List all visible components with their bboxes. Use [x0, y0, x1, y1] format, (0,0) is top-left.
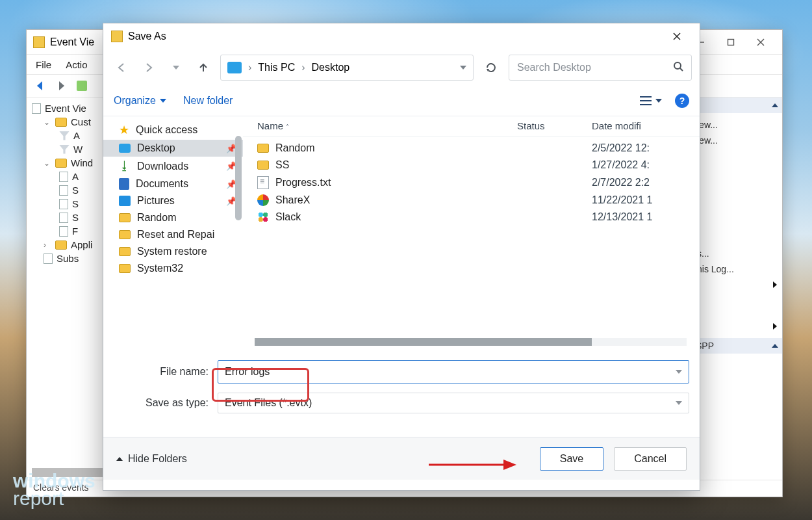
hide-folders-button[interactable]: Hide Folders	[116, 453, 187, 465]
sidebar-item-label: Reset and Repai	[137, 229, 214, 240]
sidebar-item[interactable]: Documents 📌	[103, 176, 243, 192]
sa-sidebar[interactable]: ★ Quick access Desktop 📌 ⭳ Downloads 📌 D…	[103, 116, 243, 348]
file-name: Random	[275, 142, 314, 154]
folder-icon	[119, 264, 131, 273]
address-bar[interactable]: › This PC › Desktop	[220, 55, 474, 81]
folder-icon	[119, 247, 131, 256]
cancel-label: Cancel	[634, 453, 666, 464]
file-list[interactable]: Name˄ Status Date modifi Random 2/5/2022…	[243, 116, 700, 348]
log-icon	[44, 254, 53, 264]
save-button[interactable]: Save	[540, 447, 603, 471]
maximize-button[interactable]	[716, 32, 746, 52]
tree-win-a[interactable]: A	[72, 171, 79, 182]
search-input[interactable]: Search Desktop	[509, 55, 692, 81]
file-row[interactable]: ShareX 11/22/2021 1	[243, 192, 700, 209]
action-item[interactable]: iew...	[697, 133, 777, 148]
filename-input[interactable]: Error logs	[218, 360, 689, 384]
menu-action[interactable]: Actio	[66, 59, 87, 70]
file-name: SS	[275, 159, 289, 171]
chevron-right-icon[interactable]: ›	[301, 62, 305, 73]
file-row[interactable]: Slack 12/13/2021 1	[243, 209, 700, 226]
tree-custom-a[interactable]: A	[73, 130, 80, 141]
chevron-right-icon[interactable]	[773, 323, 777, 330]
chevron-right-icon[interactable]: ›	[248, 62, 251, 73]
chevron-down-icon[interactable]	[676, 401, 682, 405]
sidebar-item[interactable]: Pictures 📌	[103, 192, 243, 209]
back-icon[interactable]	[33, 79, 47, 93]
file-list-header[interactable]: Name˄ Status Date modifi	[243, 116, 700, 137]
action-item[interactable]: iew...	[697, 117, 777, 133]
chevron-right-icon[interactable]: ›	[44, 240, 51, 250]
file-row[interactable]: Random 2/5/2022 12:	[243, 140, 700, 157]
documents-icon	[119, 178, 129, 190]
svg-marker-4	[37, 81, 42, 90]
chevron-down-icon[interactable]: ⌄	[44, 159, 51, 168]
forward-icon[interactable]	[54, 79, 68, 93]
file-row[interactable]: Progress.txt 2/7/2022 2:2	[243, 174, 700, 192]
help-button[interactable]: ?	[675, 94, 689, 108]
sort-asc-icon[interactable]: ˄	[286, 124, 289, 131]
filename-label: File name:	[114, 366, 218, 378]
chevron-right-icon[interactable]	[773, 281, 777, 288]
filelist-hscrollbar[interactable]	[255, 338, 687, 346]
file-row[interactable]: SS 1/27/2022 4:	[243, 157, 700, 174]
col-status[interactable]: Status	[517, 120, 545, 131]
organize-menu[interactable]: Organize	[114, 95, 166, 107]
chevron-down-icon[interactable]	[676, 370, 682, 374]
sidebar-item[interactable]: Random	[103, 209, 243, 226]
folder-icon	[119, 213, 131, 222]
address-dropdown-icon[interactable]	[460, 66, 466, 70]
tree-windows[interactable]: Wind	[71, 157, 93, 168]
collapse-icon[interactable]	[772, 103, 778, 107]
close-button[interactable]	[662, 27, 692, 46]
save-as-dialog: Save As › This PC › Desktop Search Deskt…	[103, 23, 700, 491]
download-icon: ⭳	[119, 159, 131, 173]
tree-win-s3[interactable]: S	[72, 212, 79, 223]
tree-root[interactable]: Event Vie	[45, 103, 86, 114]
menu-file[interactable]: File	[36, 59, 51, 70]
file-date: 12/13/2021 1	[592, 211, 693, 223]
sa-titlebar[interactable]: Save As	[103, 23, 700, 49]
tree-win-f[interactable]: F	[72, 226, 78, 237]
sidebar-item[interactable]: ★ Quick access	[103, 120, 243, 140]
file-date: 2/7/2022 2:2	[592, 177, 693, 188]
tree-custom[interactable]: Cust	[71, 116, 91, 127]
watermark-l2: report	[13, 489, 95, 507]
tree-win-s1[interactable]: S	[72, 185, 79, 196]
tree-win-s2[interactable]: S	[72, 198, 79, 209]
chevron-down-icon	[160, 99, 166, 103]
cancel-button[interactable]: Cancel	[614, 447, 687, 471]
sidebar-item[interactable]: System32	[103, 260, 243, 277]
refresh-button[interactable]	[480, 57, 502, 79]
close-button[interactable]	[746, 32, 776, 52]
col-name[interactable]: Name	[257, 120, 283, 131]
chevron-down-icon[interactable]: ⌄	[44, 118, 51, 127]
nav-forward-button[interactable]	[138, 57, 159, 78]
crumb-thispc[interactable]: This PC	[258, 62, 295, 73]
col-date[interactable]: Date modifi	[592, 120, 641, 131]
view-mode-button[interactable]	[639, 95, 662, 107]
new-folder-button[interactable]: New folder	[183, 95, 233, 107]
sidebar-scrollbar[interactable]	[235, 136, 242, 220]
tree-custom-w[interactable]: W	[73, 144, 82, 155]
toolbar-icon[interactable]	[75, 79, 89, 93]
nav-back-button[interactable]	[111, 57, 132, 78]
crumb-desktop[interactable]: Desktop	[312, 62, 350, 73]
slack-icon	[257, 211, 269, 223]
sidebar-item[interactable]: Reset and Repai	[103, 226, 243, 243]
tree-subs[interactable]: Subs	[57, 253, 79, 264]
sidebar-item[interactable]: Desktop 📌	[103, 140, 243, 157]
ev-app-icon	[33, 36, 45, 48]
sidebar-item[interactable]: ⭳ Downloads 📌	[103, 157, 243, 176]
nav-up-button[interactable]	[193, 57, 214, 78]
sidebar-item[interactable]: System restore	[103, 243, 243, 260]
action-item[interactable]: his Log...	[697, 261, 777, 277]
hide-folders-label: Hide Folders	[128, 453, 187, 465]
sa-footer: Hide Folders Save Cancel	[103, 437, 700, 480]
savetype-combo[interactable]: Event Files (*.evtx)	[218, 393, 689, 413]
save-label: Save	[560, 453, 583, 464]
collapse-icon[interactable]	[772, 344, 778, 348]
nav-recent-button[interactable]	[166, 57, 186, 78]
action-item[interactable]: s...	[697, 246, 777, 261]
tree-appl[interactable]: Appli	[71, 239, 92, 250]
